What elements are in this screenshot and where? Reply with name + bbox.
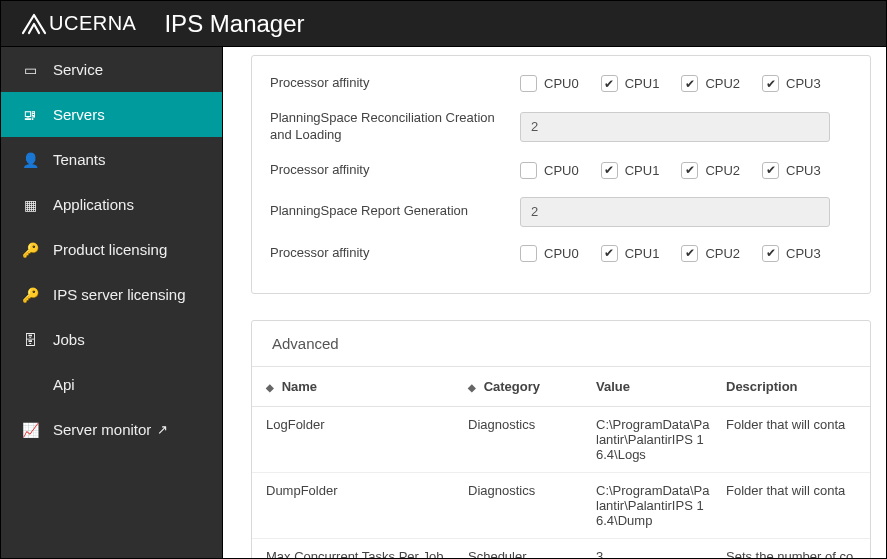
cell-value: C:\ProgramData\Palantir\PalantirIPS 16.4… (588, 472, 718, 538)
settings-row: Processor affinityCPU0✔CPU1✔CPU2✔CPU3 (270, 66, 852, 101)
checkbox-icon: ✔ (601, 245, 618, 262)
cpu-label: CPU3 (786, 163, 821, 178)
cell-name: DumpFolder (252, 472, 460, 538)
settings-row: PlanningSpace Reconciliation Creation an… (270, 101, 852, 153)
checkbox-icon: ✔ (762, 245, 779, 262)
settings-row: Processor affinityCPU0✔CPU1✔CPU2✔CPU3 (270, 153, 852, 188)
cell-description: Sets the number of co parallel execution… (718, 538, 870, 558)
settings-row-label: Processor affinity (270, 162, 520, 179)
sidebar-item-label: Applications (53, 196, 134, 213)
settings-row: Processor affinityCPU0✔CPU1✔CPU2✔CPU3 (270, 236, 852, 271)
cell-description: Folder that will conta (718, 472, 870, 538)
sidebar-item-label: Service (53, 61, 103, 78)
cpu-checkbox-cpu1[interactable]: ✔CPU1 (601, 162, 660, 179)
cpu-checkbox-cpu1[interactable]: ✔CPU1 (601, 75, 660, 92)
main-content: Processor affinityCPU0✔CPU1✔CPU2✔CPU3Pla… (223, 47, 886, 558)
cpu-label: CPU2 (705, 246, 740, 261)
cpu-checkbox-cpu3[interactable]: ✔CPU3 (762, 162, 821, 179)
sidebar-item-product-licensing[interactable]: 🔑Product licensing (1, 227, 222, 272)
settings-row-controls: CPU0✔CPU1✔CPU2✔CPU3 (520, 162, 852, 179)
sidebar-item-label: Server monitor (53, 421, 151, 438)
brand-logo: UCERNA (21, 12, 136, 35)
sidebar-item-label: Product licensing (53, 241, 167, 258)
col-header-name[interactable]: ◆ Name (252, 367, 460, 407)
cpu-checkbox-cpu2[interactable]: ✔CPU2 (681, 245, 740, 262)
sidebar-item-api[interactable]: Api (1, 362, 222, 407)
cpu-label: CPU2 (705, 76, 740, 91)
col-header-category[interactable]: ◆ Category (460, 367, 588, 407)
settings-row: PlanningSpace Report Generation (270, 188, 852, 236)
sidebar-icon: 🗄 (21, 332, 39, 348)
cell-value: C:\ProgramData\Palantir\PalantirIPS 16.4… (588, 406, 718, 472)
sidebar: ▭Service🖳Servers👤Tenants▦Applications🔑Pr… (1, 47, 223, 558)
sidebar-icon: 🔑 (21, 287, 39, 303)
checkbox-icon: ✔ (681, 245, 698, 262)
checkbox-icon (520, 245, 537, 262)
sidebar-icon: 👤 (21, 152, 39, 168)
cpu-checkbox-cpu0[interactable]: CPU0 (520, 245, 579, 262)
settings-row-controls: CPU0✔CPU1✔CPU2✔CPU3 (520, 245, 852, 262)
sort-icon: ◆ (266, 382, 274, 393)
cell-description: Folder that will conta (718, 406, 870, 472)
settings-row-label: Processor affinity (270, 75, 520, 92)
checkbox-icon: ✔ (762, 162, 779, 179)
advanced-panel-title: Advanced (252, 321, 870, 367)
table-row[interactable]: Max Concurrent Tasks Per JobScheduler3Se… (252, 538, 870, 558)
sidebar-item-ips-server-licensing[interactable]: 🔑IPS server licensing (1, 272, 222, 317)
settings-panel: Processor affinityCPU0✔CPU1✔CPU2✔CPU3Pla… (251, 55, 871, 294)
sidebar-item-jobs[interactable]: 🗄Jobs (1, 317, 222, 362)
checkbox-icon (520, 162, 537, 179)
sidebar-icon: ▦ (21, 197, 39, 213)
cell-name: LogFolder (252, 406, 460, 472)
app-title: IPS Manager (164, 10, 304, 38)
checkbox-icon: ✔ (601, 162, 618, 179)
sidebar-icon: 📈 (21, 422, 39, 438)
cell-category: Diagnostics (460, 406, 588, 472)
sort-icon: ◆ (468, 382, 476, 393)
cpu-checkbox-cpu3[interactable]: ✔CPU3 (762, 245, 821, 262)
cpu-label: CPU0 (544, 76, 579, 91)
sidebar-item-label: Jobs (53, 331, 85, 348)
cpu-label: CPU1 (625, 163, 660, 178)
cpu-label: CPU2 (705, 163, 740, 178)
sidebar-item-label: Api (53, 376, 75, 393)
sidebar-icon: ▭ (21, 62, 39, 78)
sidebar-icon: 🔑 (21, 242, 39, 258)
app-header: UCERNA IPS Manager (1, 1, 886, 47)
settings-row-label: PlanningSpace Reconciliation Creation an… (270, 110, 520, 144)
sidebar-item-service[interactable]: ▭Service (1, 47, 222, 92)
checkbox-icon: ✔ (762, 75, 779, 92)
cpu-label: CPU0 (544, 163, 579, 178)
sidebar-item-servers[interactable]: 🖳Servers (1, 92, 222, 137)
sidebar-item-applications[interactable]: ▦Applications (1, 182, 222, 227)
col-header-value[interactable]: Value (588, 367, 718, 407)
external-link-icon: ↗ (157, 422, 168, 437)
cpu-checkbox-cpu0[interactable]: CPU0 (520, 75, 579, 92)
settings-row-controls (520, 197, 852, 227)
cpu-label: CPU0 (544, 246, 579, 261)
sidebar-item-tenants[interactable]: 👤Tenants (1, 137, 222, 182)
settings-row-controls: CPU0✔CPU1✔CPU2✔CPU3 (520, 75, 852, 92)
table-row[interactable]: LogFolderDiagnosticsC:\ProgramData\Palan… (252, 406, 870, 472)
numeric-input[interactable] (520, 197, 830, 227)
numeric-input[interactable] (520, 112, 830, 142)
cpu-checkbox-cpu3[interactable]: ✔CPU3 (762, 75, 821, 92)
sidebar-icon: 🖳 (21, 107, 39, 123)
sidebar-item-server-monitor[interactable]: 📈Server monitor↗ (1, 407, 222, 452)
cell-name: Max Concurrent Tasks Per Job (252, 538, 460, 558)
cpu-checkbox-cpu2[interactable]: ✔CPU2 (681, 75, 740, 92)
sidebar-item-label: Tenants (53, 151, 106, 168)
table-row[interactable]: DumpFolderDiagnosticsC:\ProgramData\Pala… (252, 472, 870, 538)
cell-category: Diagnostics (460, 472, 588, 538)
brand-mark-icon (21, 13, 47, 35)
cpu-label: CPU3 (786, 246, 821, 261)
checkbox-icon (520, 75, 537, 92)
cpu-checkbox-cpu1[interactable]: ✔CPU1 (601, 245, 660, 262)
settings-row-label: PlanningSpace Report Generation (270, 203, 520, 220)
cell-category: Scheduler (460, 538, 588, 558)
col-header-description[interactable]: Description (718, 367, 870, 407)
sidebar-item-label: Servers (53, 106, 105, 123)
advanced-panel: Advanced ◆ Name ◆ Category Value (251, 320, 871, 558)
cpu-checkbox-cpu0[interactable]: CPU0 (520, 162, 579, 179)
cpu-checkbox-cpu2[interactable]: ✔CPU2 (681, 162, 740, 179)
